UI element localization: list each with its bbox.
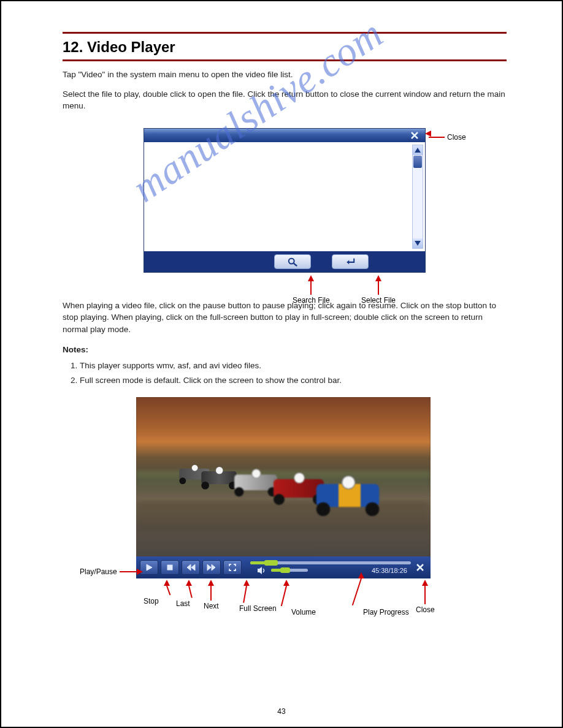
arrow-line — [281, 586, 287, 606]
top-divider-1 — [63, 32, 507, 34]
intro-p2: Select the file to play, double click to… — [63, 88, 507, 112]
fullscreen-button[interactable] — [223, 560, 242, 575]
close-icon — [415, 563, 425, 572]
prev-button[interactable] — [182, 560, 200, 575]
volume-label: Volume — [291, 608, 316, 616]
svg-rect-2 — [167, 565, 172, 570]
arrow-icon — [425, 131, 431, 137]
play-label: Play/Pause — [80, 567, 117, 576]
arrow-icon — [422, 580, 428, 586]
chevron-down-icon — [415, 241, 421, 246]
note-item: This player supports wmv, asf, and avi v… — [80, 360, 507, 372]
close-callout: Close — [447, 133, 466, 142]
arrow-line — [166, 586, 170, 596]
search-callout: Search File — [293, 296, 330, 305]
arrow-icon — [308, 275, 314, 281]
scrollbar[interactable] — [412, 145, 423, 249]
video-close-button[interactable] — [413, 561, 427, 574]
enter-icon — [344, 257, 356, 267]
notes-title: Notes: — [63, 344, 507, 356]
arrow-line — [243, 586, 247, 603]
search-file-button[interactable] — [274, 254, 311, 269]
search-icon — [286, 257, 299, 267]
arrow-icon — [283, 580, 289, 586]
file-browser-list[interactable] — [144, 142, 425, 251]
close-label: Close — [416, 605, 435, 614]
video-control-bar: 45:38/18:26 — [136, 556, 431, 578]
scroll-down-button[interactable] — [413, 238, 423, 248]
file-browser-titlebar — [144, 129, 425, 142]
fullscreen-icon — [228, 563, 237, 572]
prev-label: Last — [176, 599, 190, 608]
select-file-button[interactable] — [332, 254, 369, 269]
stop-button[interactable] — [161, 560, 179, 575]
arrow-icon — [358, 572, 364, 578]
next-button[interactable] — [202, 560, 221, 575]
chevron-up-icon — [415, 148, 421, 153]
video-display[interactable] — [136, 397, 431, 556]
arrow-line — [188, 586, 193, 598]
arrow-line — [210, 586, 212, 601]
arrow-line — [378, 281, 379, 295]
second-p1: When playing a video file, click on the … — [63, 300, 507, 336]
speaker-icon — [256, 566, 267, 575]
arrow-line — [310, 281, 312, 295]
notes-list: This player supports wmv, asf, and avi v… — [63, 360, 507, 386]
close-icon — [410, 131, 419, 140]
arrow-line — [352, 578, 362, 605]
arrow-icon — [208, 580, 214, 586]
intro-text: Tap "Video" in the system main menu to o… — [63, 69, 507, 112]
arrow-line — [424, 586, 426, 604]
play-icon — [144, 563, 154, 572]
arrow-icon — [375, 275, 381, 281]
svg-line-1 — [294, 263, 297, 265]
file-browser-panel — [144, 128, 426, 273]
select-callout: Select File — [361, 296, 396, 305]
next-label: Next — [204, 602, 219, 610]
second-text: When playing a video file, click on the … — [63, 300, 507, 386]
progress-label: Play Progress — [363, 608, 409, 616]
stop-label: Stop — [144, 597, 159, 605]
next-icon — [207, 563, 216, 572]
file-browser-close-button[interactable] — [408, 130, 421, 141]
file-browser-bottombar — [144, 251, 425, 272]
arrow-line — [429, 137, 445, 138]
svg-point-0 — [289, 258, 294, 264]
arrow-icon — [243, 580, 250, 586]
arrow-line — [120, 571, 137, 572]
scroll-up-button[interactable] — [413, 145, 423, 155]
note-item: Full screen mode is default. Click on th… — [80, 374, 507, 387]
intro-p1: Tap "Video" in the system main menu to o… — [63, 69, 507, 81]
arrow-icon — [186, 580, 192, 586]
stop-icon — [165, 563, 175, 572]
fullscreen-label: Full Screen — [239, 604, 277, 613]
volume-slider[interactable] — [271, 569, 308, 572]
page-number: 43 — [1, 707, 562, 716]
section-title: 12. Video Player — [63, 39, 507, 56]
prev-icon — [186, 563, 196, 572]
arrow-icon — [137, 569, 143, 575]
top-divider-2 — [63, 59, 507, 61]
progress-slider[interactable] — [250, 561, 411, 564]
scroll-thumb[interactable] — [413, 156, 422, 168]
